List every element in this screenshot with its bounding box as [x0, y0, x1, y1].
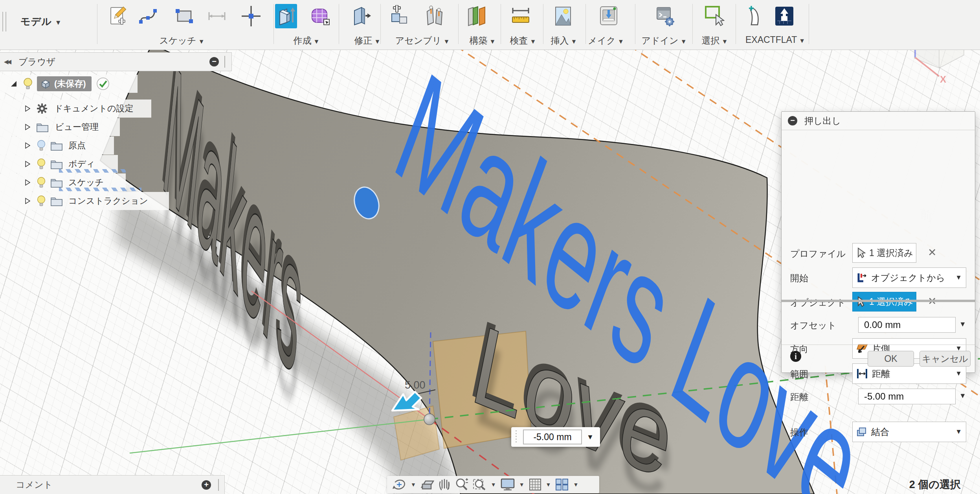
joint-button[interactable]	[424, 4, 446, 28]
exactflat-menu[interactable]: EXACTFLAT▼	[745, 35, 805, 45]
chevron-down-icon[interactable]: ▼	[587, 433, 594, 441]
workspace-selector[interactable]: モデル▼	[20, 15, 62, 28]
add-comment-icon[interactable]: +	[202, 480, 211, 490]
folder-icon	[50, 140, 63, 151]
panel-grip[interactable]	[218, 479, 221, 491]
bulb-icon[interactable]	[23, 77, 33, 90]
sketch-dimension-button[interactable]	[206, 4, 228, 28]
cancel-button[interactable]: キャンセル	[919, 351, 971, 367]
chevron-down-icon[interactable]: ▼	[546, 481, 551, 488]
collapsed-arrow-icon[interactable]	[24, 160, 31, 168]
chevron-down-icon[interactable]: ▼	[573, 481, 578, 488]
assemble-menu[interactable]: アセンブリ▼	[395, 35, 450, 47]
bulb-icon[interactable]	[36, 176, 46, 189]
browser-root-row[interactable]: (未保存)	[0, 75, 138, 93]
bulb-icon[interactable]	[36, 195, 46, 207]
comment-bar[interactable]: コメント +	[0, 475, 225, 494]
dialog-header[interactable]: − 押し出し	[782, 112, 975, 130]
collapse-panel-icon[interactable]: ◀◀	[4, 58, 10, 65]
chevron-down-icon[interactable]: ▼	[519, 481, 525, 488]
create-form-button[interactable]	[309, 4, 331, 28]
select-button[interactable]	[703, 4, 725, 28]
minimize-icon[interactable]: −	[209, 57, 219, 66]
sketch-spline-button[interactable]	[137, 4, 159, 28]
operation-dropdown[interactable]: 結合 ▼	[852, 422, 966, 442]
zoom-window-icon[interactable]	[473, 478, 487, 491]
chevron-down-icon[interactable]: ▼	[491, 481, 496, 488]
drag-handle[interactable]	[514, 430, 518, 444]
info-icon[interactable]: i	[790, 351, 801, 362]
ok-button[interactable]: OK	[868, 351, 914, 367]
toolbar-grip[interactable]	[2, 12, 6, 31]
profile-clear-icon[interactable]: ✕	[928, 246, 937, 259]
make-button[interactable]	[598, 4, 620, 28]
collapsed-arrow-icon[interactable]	[24, 105, 31, 112]
browser-item-construction[interactable]: コンストラクション	[0, 192, 169, 210]
saved-check-icon	[96, 77, 110, 90]
collapsed-arrow-icon[interactable]	[24, 179, 31, 186]
chevron-down-icon[interactable]: ▼	[411, 481, 416, 488]
browser-item-label: ドキュメントの設定	[54, 103, 134, 114]
orbit-icon[interactable]	[392, 478, 407, 491]
grid-settings-icon[interactable]	[529, 478, 542, 491]
extrude-button[interactable]	[275, 4, 297, 28]
modify-menu[interactable]: 修正▼	[354, 35, 381, 47]
folder-icon	[50, 195, 63, 206]
selection-dash-decoration	[59, 169, 126, 173]
distance-value-field[interactable]: -5.00 mm	[523, 429, 582, 444]
measure-button[interactable]	[510, 4, 532, 28]
distance-spinner-icon[interactable]: ▼	[959, 392, 966, 400]
construction-plane-icon	[466, 5, 486, 27]
construct-plane-button[interactable]	[465, 4, 487, 28]
make-menu[interactable]: メイク▼	[588, 35, 624, 47]
bulb-off-icon[interactable]	[36, 139, 46, 152]
press-pull-button[interactable]	[351, 4, 373, 28]
profile-select-button[interactable]: 1 選択済み	[852, 243, 916, 263]
insert-menu[interactable]: 挿入▼	[551, 35, 577, 47]
create-sketch-button[interactable]	[107, 4, 129, 28]
comment-label: コメント	[16, 479, 202, 491]
viewports-icon[interactable]	[555, 478, 569, 491]
create-menu[interactable]: 作成▼	[294, 35, 320, 47]
chevron-down-icon: ▼	[314, 38, 320, 45]
press-pull-icon	[351, 5, 372, 27]
toolbar-separator	[501, 4, 501, 44]
sketch-menu[interactable]: スケッチ▼	[160, 35, 205, 47]
sketch-rectangle-button[interactable]	[173, 4, 195, 28]
look-at-icon[interactable]	[420, 478, 434, 491]
exactflat-unfold-button[interactable]	[747, 4, 769, 28]
exactflat-export-button[interactable]	[773, 4, 795, 28]
sketch-point-button[interactable]	[240, 4, 262, 28]
toolbar-separator	[809, 4, 809, 44]
floating-distance-input[interactable]: -5.00 mm ▼	[511, 427, 600, 447]
new-component-button[interactable]	[389, 4, 411, 28]
add-ins-button[interactable]	[654, 4, 676, 28]
bulb-icon[interactable]	[36, 158, 46, 170]
dialog-minimize-icon[interactable]: −	[788, 116, 797, 125]
expand-arrow-icon[interactable]	[10, 80, 17, 87]
start-dropdown[interactable]: オブジェクトから ▼	[852, 267, 966, 288]
collapsed-arrow-icon[interactable]	[24, 124, 31, 131]
pan-hand-icon[interactable]	[438, 478, 451, 491]
insert-image-button[interactable]	[552, 4, 574, 28]
browser-item-document-settings[interactable]: ドキュメントの設定	[0, 100, 151, 118]
collapsed-arrow-icon[interactable]	[24, 142, 31, 149]
construct-menu[interactable]: 構築▼	[470, 35, 496, 47]
selection-dash-decoration	[59, 188, 141, 191]
panel-grip[interactable]	[224, 56, 228, 68]
select-menu[interactable]: 選択▼	[702, 35, 728, 47]
browser-panel-header[interactable]: ◀◀ ブラウザ −	[0, 52, 232, 71]
display-settings-icon[interactable]	[500, 478, 515, 491]
zoom-icon[interactable]	[455, 478, 469, 491]
selection-status: 2 個の選択	[909, 477, 961, 492]
browser-item-origin[interactable]: 原点	[0, 136, 114, 155]
collapsed-arrow-icon[interactable]	[24, 197, 31, 205]
distance-input[interactable]: -5.00 mm	[858, 389, 956, 404]
browser-item-label: コンストラクション	[68, 195, 148, 207]
add-ins-menu[interactable]: アドイン▼	[642, 35, 687, 47]
browser-item-view-management[interactable]: ビュー管理	[0, 118, 120, 136]
document-name-badge[interactable]: (未保存)	[37, 76, 92, 91]
chevron-down-icon: ▼	[490, 38, 496, 45]
toolbar-separator	[273, 4, 274, 44]
inspect-menu[interactable]: 検査▼	[510, 35, 536, 47]
